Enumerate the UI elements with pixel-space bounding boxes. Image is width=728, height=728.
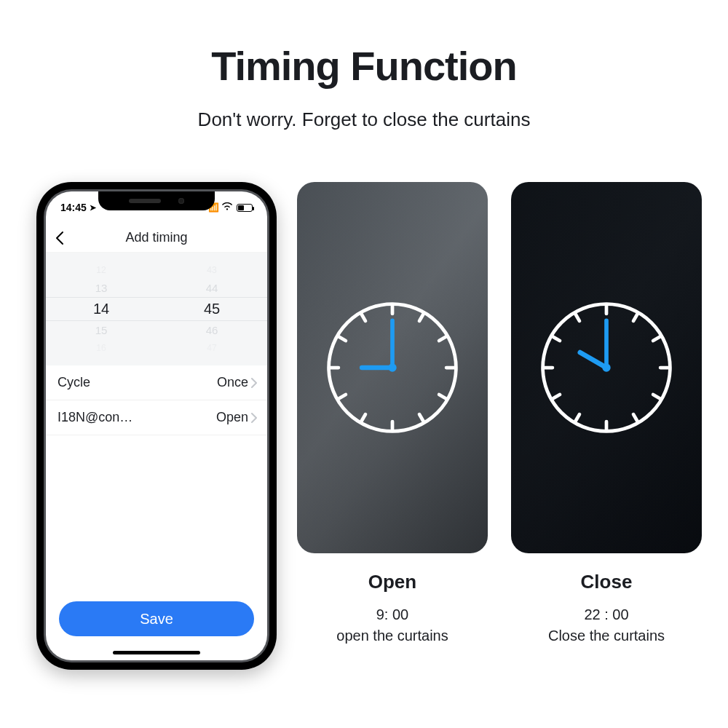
setting-value: Once: [217, 375, 248, 390]
svg-line-27: [553, 336, 560, 341]
minute-column[interactable]: 43 44 45 46 47: [204, 253, 220, 365]
svg-line-2: [419, 314, 424, 321]
chevron-right-icon: [251, 378, 257, 388]
clock-hands: [580, 320, 606, 368]
panel-title: Close: [581, 571, 633, 593]
battery-icon: [237, 204, 253, 212]
svg-line-18: [633, 314, 638, 321]
svg-point-15: [388, 363, 396, 371]
svg-point-31: [602, 363, 610, 371]
hero-title: Timing Function: [0, 42, 728, 90]
svg-line-9: [339, 395, 346, 399]
home-indicator[interactable]: [113, 651, 200, 654]
chevron-right-icon: [251, 413, 257, 423]
svg-line-3: [439, 336, 446, 341]
phone-mockup: 14:45 ➤ 📶 Add timing: [36, 182, 277, 670]
app-header: Add timing: [46, 223, 267, 253]
setting-value: Open: [216, 410, 248, 425]
svg-line-24: [575, 414, 579, 422]
setting-row-cycle[interactable]: Cycle Once: [46, 365, 267, 400]
panel-image-night: [511, 182, 702, 553]
svg-line-30: [580, 352, 606, 368]
feature-panel-open: Open 9: 00 open the curtains: [297, 182, 488, 644]
clock-icon: [537, 298, 676, 437]
panel-caption: open the curtains: [336, 628, 448, 644]
save-button[interactable]: Save: [59, 601, 254, 636]
back-button[interactable]: [55, 231, 65, 245]
phone-notch: [98, 191, 215, 210]
setting-label: Cycle: [58, 375, 90, 390]
hero-subtitle: Don't worry. Forget to close the curtain…: [0, 108, 728, 131]
clock-icon: [323, 298, 462, 437]
panel-title: Open: [368, 571, 416, 593]
svg-line-22: [633, 414, 638, 422]
svg-line-19: [653, 336, 660, 341]
svg-line-21: [653, 395, 660, 399]
wifi-icon: [222, 202, 232, 213]
hour-column[interactable]: 12 13 14 15 16: [93, 253, 109, 365]
panel-image-day: [297, 182, 488, 553]
panel-caption: Close the curtains: [548, 628, 665, 644]
location-icon: ➤: [90, 203, 96, 213]
panel-time: 9: 00: [376, 606, 408, 623]
svg-line-5: [439, 395, 446, 399]
svg-line-11: [339, 336, 346, 341]
status-time: 14:45: [60, 202, 87, 213]
svg-line-8: [361, 414, 365, 422]
svg-line-6: [419, 414, 424, 422]
clock-hands: [362, 320, 392, 368]
setting-label: I18N@con…: [58, 410, 132, 425]
feature-panel-close: Close 22 : 00 Close the curtains: [511, 182, 702, 644]
time-picker[interactable]: 12 13 14 15 16 43 44 45 46 47: [46, 253, 267, 365]
svg-line-12: [361, 314, 365, 321]
svg-line-25: [553, 395, 560, 399]
svg-line-28: [575, 314, 579, 321]
app-title: Add timing: [125, 230, 187, 245]
setting-row-action[interactable]: I18N@con… Open: [46, 400, 267, 435]
panel-time: 22 : 00: [584, 606, 628, 623]
